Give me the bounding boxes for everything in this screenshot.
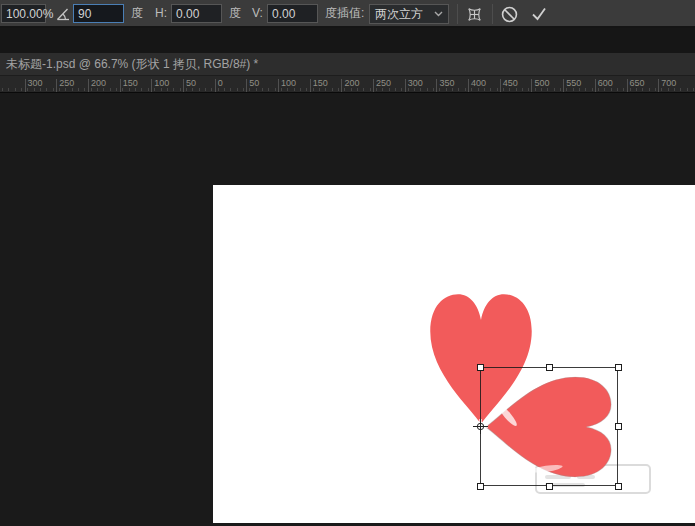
ruler-major-tick: [215, 79, 216, 92]
ruler-major-tick: [310, 79, 311, 92]
ruler-number: 150: [123, 78, 138, 88]
ruler-number: 650: [630, 78, 645, 88]
commit-transform-button[interactable]: [527, 3, 551, 25]
transform-reference-point[interactable]: [473, 419, 488, 434]
scale-percent-value: 100.00%: [6, 7, 53, 21]
ruler-number: 700: [661, 78, 676, 88]
ruler-major-tick: [373, 79, 374, 92]
ruler-number: 200: [91, 78, 106, 88]
ruler-number: 550: [566, 78, 581, 88]
checkmark-icon: [529, 4, 549, 24]
transform-options-bar: 100.00% 90 度 H: 0.00 度 V: 0.00 度 插值: 两次立…: [0, 0, 695, 28]
warp-mode-toggle-button[interactable]: [462, 3, 486, 25]
ruler-number: 250: [59, 78, 74, 88]
skew-h-value: 0.00: [176, 7, 199, 21]
transform-handle[interactable]: [477, 364, 484, 371]
horizontal-ruler[interactable]: 3002502001501005005010015020025030035040…: [0, 76, 695, 93]
ruler-number: 150: [313, 78, 328, 88]
ruler-number: 100: [154, 78, 169, 88]
ruler-number: 500: [534, 78, 549, 88]
transform-bounding-box[interactable]: [480, 367, 618, 486]
transform-handle[interactable]: [615, 364, 622, 371]
transform-handle[interactable]: [477, 483, 484, 490]
ruler-major-tick: [405, 79, 406, 92]
skew-h-label: H:: [155, 4, 167, 23]
document-pasteboard: [0, 93, 695, 523]
canvas-white-area[interactable]: [213, 185, 695, 523]
interpolation-label: 插值:: [337, 4, 364, 23]
toolbar-separator: [457, 4, 458, 24]
skew-v-label: V:: [252, 4, 263, 23]
ruler-major-tick: [183, 79, 184, 92]
ruler-major-tick: [341, 79, 342, 92]
rotate-angle-icon: [55, 6, 71, 22]
cancel-icon: [500, 5, 519, 24]
ruler-number: 600: [598, 78, 613, 88]
ruler-major-tick: [278, 79, 279, 92]
app-background-strip: [0, 28, 695, 53]
ruler-number: 450: [503, 78, 518, 88]
ruler-major-tick: [120, 79, 121, 92]
ruler-major-tick: [595, 79, 596, 92]
skew-h-unit-label: 度: [229, 4, 241, 23]
ruler-number: 50: [186, 78, 196, 88]
interpolation-selected-value: 两次立方: [375, 6, 428, 23]
document-tab-title[interactable]: 未标题-1.psd @ 66.7% (形状 1 拷贝, RGB/8#) *: [6, 57, 258, 71]
document-tab-bar: 未标题-1.psd @ 66.7% (形状 1 拷贝, RGB/8#) *: [0, 53, 695, 76]
ruler-number: 350: [439, 78, 454, 88]
ruler-number: 400: [471, 78, 486, 88]
ruler-major-tick: [563, 79, 564, 92]
ruler-major-tick: [627, 79, 628, 92]
transform-handle[interactable]: [615, 423, 622, 430]
skew-v-unit-label: 度: [325, 4, 337, 23]
ruler-major-tick: [658, 79, 659, 92]
skew-v-input[interactable]: 0.00: [267, 4, 318, 23]
ruler-major-tick: [436, 79, 437, 92]
rotation-angle-value: 90: [78, 7, 91, 21]
ruler-number: 0: [218, 78, 223, 88]
ruler-major-tick: [246, 79, 247, 92]
toolbar-separator: [492, 4, 493, 24]
transform-handle[interactable]: [546, 483, 553, 490]
ruler-major-tick: [500, 79, 501, 92]
ruler-number: 200: [344, 78, 359, 88]
interpolation-select[interactable]: 两次立方: [369, 4, 449, 24]
transform-handle[interactable]: [615, 483, 622, 490]
ruler-major-tick: [56, 79, 57, 92]
warp-grid-icon: [465, 5, 484, 24]
ruler-number: 300: [28, 78, 43, 88]
ruler-major-tick: [88, 79, 89, 92]
ruler-major-tick: [25, 79, 26, 92]
ruler-number: 250: [376, 78, 391, 88]
ruler-number: 300: [408, 78, 423, 88]
scale-percent-field[interactable]: 100.00%: [1, 4, 46, 23]
chevron-down-icon: [434, 11, 443, 17]
transform-handle[interactable]: [546, 364, 553, 371]
ruler-major-tick: [151, 79, 152, 92]
skew-v-value: 0.00: [272, 7, 295, 21]
rotation-unit-label: 度: [131, 4, 143, 23]
ruler-major-tick: [531, 79, 532, 92]
ruler-number: 50: [249, 78, 259, 88]
rotation-angle-input[interactable]: 90: [73, 4, 124, 23]
cancel-transform-button[interactable]: [497, 3, 521, 25]
ruler-number: 100: [281, 78, 296, 88]
skew-h-input[interactable]: 0.00: [171, 4, 222, 23]
ruler-major-tick: [468, 79, 469, 92]
